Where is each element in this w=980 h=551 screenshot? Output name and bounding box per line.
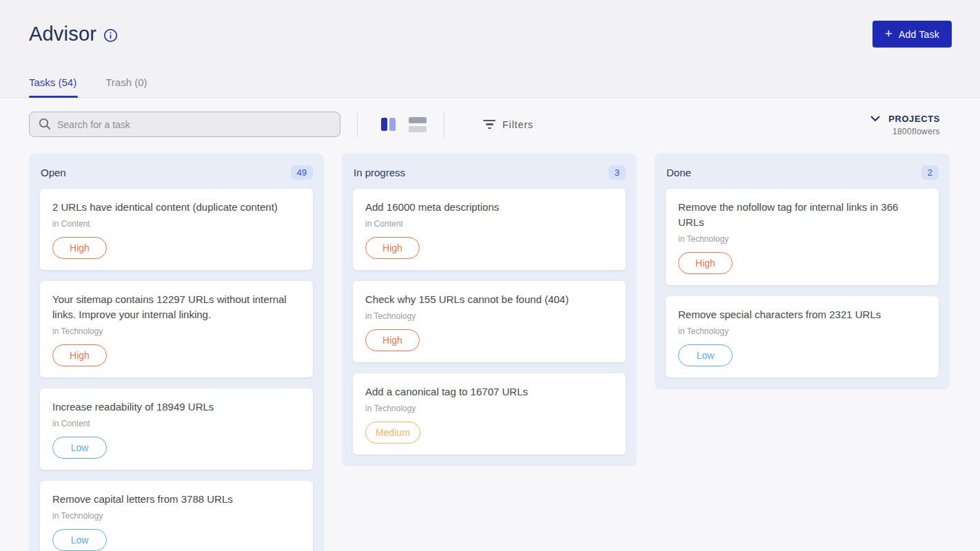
filter-icon [483,120,496,129]
task-priority-badge: High [365,237,420,259]
toolbar: Filters PROJECTS 1800flowers [0,98,980,141]
tab-trash[interactable]: Trash (0) [105,76,147,97]
task-title: Increase readability of 18949 URLs [52,399,300,415]
view-toggles [378,115,427,134]
search-box [29,112,340,137]
tab-bar: Tasks (54) Trash (0) [0,48,980,98]
task-title: Add a canonical tag to 16707 URLs [365,384,613,399]
add-task-button[interactable]: + Add Task [872,21,952,48]
list-view-toggle[interactable] [408,115,427,134]
add-task-label: Add Task [899,29,939,40]
page-title: Advisor [29,23,96,45]
task-category: in Technology [365,311,613,321]
task-category: in Technology [52,326,300,336]
task-priority-badge: Low [52,529,107,551]
filters-label: Filters [502,119,533,130]
task-priority-badge: Low [52,437,107,459]
task-card[interactable]: Add a canonical tag to 16707 URLs in Tec… [353,373,626,455]
task-category: in Technology [678,326,926,336]
toolbar-divider [357,111,358,138]
column-header: Open 49 [29,154,324,189]
task-category: in Technology [678,234,926,244]
kanban-column: Open 49 2 URLs have identical content (d… [29,154,324,551]
task-category: in Content [52,219,300,229]
column-title: Done [666,167,691,178]
task-title: Remove the nofollow tag for internal lin… [678,200,926,230]
toolbar-divider-2 [444,111,445,138]
task-priority-badge: High [52,344,107,366]
info-icon[interactable] [103,28,118,43]
column-count-badge: 3 [609,165,626,180]
kanban-icon [381,118,396,131]
task-priority-badge: Medium [365,422,420,444]
task-card[interactable]: 2 URLs have identical content (duplicate… [40,189,313,270]
kanban-view-toggle[interactable] [378,115,398,134]
tab-tasks[interactable]: Tasks (54) [29,76,76,97]
task-title: Your sitemap contains 12297 URLs without… [52,292,300,322]
task-category: in Content [52,419,300,428]
task-category: in Content [365,219,613,229]
column-cards: Remove the nofollow tag for internal lin… [655,189,950,389]
filters-button[interactable]: Filters [483,119,533,130]
column-title: In progress [354,167,405,178]
task-card[interactable]: Add 16000 meta descriptions in Content H… [353,189,626,270]
column-cards: Add 16000 meta descriptions in Content H… [342,189,637,466]
task-priority-badge: Low [678,344,733,366]
kanban-column: Done 2 Remove the nofollow tag for inter… [655,154,950,389]
column-header: In progress 3 [342,154,637,189]
task-title: Check why 155 URLs cannot be found (404) [365,292,613,307]
list-icon [409,117,427,132]
column-title: Open [41,167,66,178]
page-header: Advisor + Add Task Tasks (54) Trash (0) [0,0,980,98]
plus-icon: + [885,27,892,40]
task-card[interactable]: Your sitemap contains 12297 URLs without… [40,281,313,377]
kanban-board: Open 49 2 URLs have identical content (d… [0,141,980,551]
task-title: Remove special characters from 2321 URLs [678,307,926,322]
search-input[interactable] [29,112,340,137]
task-card[interactable]: Remove capital letters from 3788 URLs in… [40,481,313,551]
task-card[interactable]: Increase readability of 18949 URLs in Co… [40,388,313,470]
task-card[interactable]: Check why 155 URLs cannot be found (404)… [353,281,626,362]
task-priority-badge: High [678,252,733,274]
projects-label: PROJECTS [888,114,940,124]
column-count-badge: 2 [921,165,939,180]
projects-dropdown[interactable]: PROJECTS 1800flowers [870,112,940,136]
task-category: in Technology [52,511,300,521]
column-header: Done 2 [655,154,950,189]
task-card[interactable]: Remove special characters from 2321 URLs… [666,296,939,377]
column-count-badge: 49 [291,165,313,180]
task-category: in Technology [365,404,613,413]
task-priority-badge: High [365,329,420,351]
kanban-column: In progress 3 Add 16000 meta description… [342,154,637,466]
task-card[interactable]: Remove the nofollow tag for internal lin… [666,189,939,285]
task-title: Add 16000 meta descriptions [365,200,613,215]
task-title: 2 URLs have identical content (duplicate… [52,200,300,215]
task-title: Remove capital letters from 3788 URLs [52,492,300,507]
selected-project-name: 1800flowers [870,127,940,136]
chevron-down-icon [870,112,880,125]
column-cards: 2 URLs have identical content (duplicate… [29,189,324,551]
task-priority-badge: High [52,237,107,259]
